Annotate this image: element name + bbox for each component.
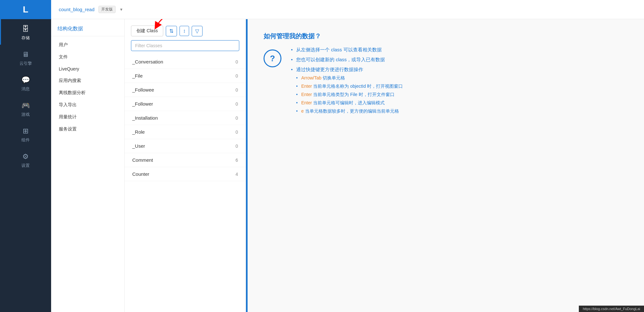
nav-item-message[interactable]: 💬 消息 bbox=[0, 70, 51, 96]
class-count: 0 bbox=[235, 59, 238, 64]
info-bullet-1: 从左侧选择一个 class 可以查看相关数据 bbox=[291, 47, 403, 53]
info-panel-title: 如何管理我的数据？ bbox=[264, 32, 628, 41]
class-name: _Followee bbox=[132, 87, 154, 93]
nav-item-storage[interactable]: 🗄 存储 bbox=[0, 19, 51, 45]
hotkey-enter-2: Enter bbox=[301, 92, 312, 97]
nav-label-storage: 存储 bbox=[21, 35, 30, 41]
nav-item-component[interactable]: ⊞ 组件 bbox=[0, 121, 51, 147]
icon-sidebar: L 🗄 存储 🖥 云引擎 💬 消息 🎮 游戏 ⊞ 组件 ⚙ 设置 bbox=[0, 0, 51, 312]
class-count: 6 bbox=[235, 158, 238, 163]
hotkey-enter-1: Enter bbox=[301, 84, 312, 89]
list-item[interactable]: _Followee 0 bbox=[125, 83, 246, 97]
footer-url: https://blog.csdn.net/Awt_FuDongLai bbox=[583, 307, 640, 311]
sub-bullet-3: Enter 当前单元格可编辑时，进入编辑模式 bbox=[296, 100, 403, 106]
storage-icon: 🗄 bbox=[22, 25, 29, 33]
sidebar-item-import[interactable]: 导入导出 bbox=[51, 99, 124, 111]
sub-bullet-4: e 当单元格数据较多时，更方便的编辑当前单元格 bbox=[296, 108, 403, 114]
message-icon: 💬 bbox=[21, 76, 30, 84]
class-count: 0 bbox=[235, 144, 238, 149]
cloud-icon: 🖥 bbox=[22, 50, 29, 59]
filter-classes-input[interactable] bbox=[131, 40, 239, 51]
sidebar-item-offline[interactable]: 离线数据分析 bbox=[51, 87, 124, 99]
info-panel: 如何管理我的数据？ ? 从左侧选择一个 class 可以查看相关数据 您也可以创… bbox=[248, 19, 644, 312]
info-bullet-3: 通过快捷键更方便进行数据操作 Arrow/Tab 切换单元格 Enter 当前单… bbox=[291, 67, 403, 114]
list-item[interactable]: _User 0 bbox=[125, 139, 246, 153]
class-count: 0 bbox=[235, 130, 238, 135]
info-bullet-2: 您也可以创建新的 class，或导入已有数据 bbox=[291, 57, 403, 63]
nav-label-cloud: 云引擎 bbox=[19, 61, 32, 66]
sidebar-item-users[interactable]: 用户 bbox=[51, 39, 124, 51]
settings-icon: ⚙ bbox=[22, 152, 29, 161]
hotkey-enter-3: Enter bbox=[301, 100, 312, 105]
nav-item-game[interactable]: 🎮 游戏 bbox=[0, 96, 51, 121]
second-sidebar-title: 结构化数据 bbox=[51, 19, 124, 36]
nav-label-component: 组件 bbox=[21, 137, 30, 143]
sub-bullet-0: Arrow/Tab 切换单元格 bbox=[296, 75, 403, 81]
version-badge: 开发版 bbox=[98, 6, 116, 13]
sub-bullet-2: Enter 当前单元格类型为 File 时，打开文件窗口 bbox=[296, 92, 403, 98]
class-name: Counter bbox=[132, 171, 149, 177]
class-name: _Conversation bbox=[132, 59, 163, 64]
question-circle-icon: ? bbox=[264, 49, 281, 67]
list-item[interactable]: Counter 4 bbox=[125, 167, 246, 181]
game-icon: 🎮 bbox=[21, 101, 30, 110]
dropdown-arrow-icon[interactable]: ▼ bbox=[119, 7, 123, 12]
list-item[interactable]: Comment 6 bbox=[125, 153, 246, 167]
class-count: 0 bbox=[235, 115, 238, 121]
sub-bullet-1: Enter 当前单元格名称为 objectId 时，打开视图窗口 bbox=[296, 84, 403, 89]
list-item[interactable]: _Conversation 0 bbox=[125, 55, 246, 69]
filter-button[interactable]: ▽ bbox=[192, 26, 203, 36]
list-item[interactable]: _Installation 0 bbox=[125, 111, 246, 125]
class-name: _User bbox=[132, 143, 145, 149]
hotkey-e: e bbox=[301, 108, 304, 114]
nav-label-message: 消息 bbox=[21, 86, 30, 92]
sidebar-item-service[interactable]: 服务设置 bbox=[51, 123, 124, 135]
sort-button-2[interactable]: ↕ bbox=[180, 26, 189, 36]
component-icon: ⊞ bbox=[23, 127, 28, 135]
class-name: _Installation bbox=[132, 115, 158, 121]
logo-letter: L bbox=[23, 4, 28, 15]
filter-input-wrap bbox=[125, 40, 246, 55]
second-sidebar-menu: 用户 文件 LiveQuery 应用内搜索 离线数据分析 导入导出 用量统计 服… bbox=[51, 36, 124, 138]
class-panel: 创建 Class ⇅ ↕ ▽ _Conversation 0 bbox=[125, 19, 246, 312]
sidebar-item-livequery[interactable]: LiveQuery bbox=[51, 63, 124, 75]
nav-label-settings: 设置 bbox=[21, 163, 30, 168]
filter-icon: ▽ bbox=[195, 28, 199, 34]
sort-icon-1: ⇅ bbox=[169, 28, 173, 34]
nav-label-game: 游戏 bbox=[21, 112, 30, 117]
class-count: 4 bbox=[235, 172, 238, 177]
footer-bar: https://blog.csdn.net/Awt_FuDongLai bbox=[579, 306, 644, 312]
class-count: 0 bbox=[235, 73, 238, 78]
sidebar-item-search[interactable]: 应用内搜索 bbox=[51, 75, 124, 87]
sidebar-item-files[interactable]: 文件 bbox=[51, 51, 124, 63]
nav-item-cloud[interactable]: 🖥 云引擎 bbox=[0, 45, 51, 70]
class-name: _Follower bbox=[132, 101, 153, 107]
list-item[interactable]: _File 0 bbox=[125, 69, 246, 83]
sidebar-item-usage[interactable]: 用量统计 bbox=[51, 111, 124, 123]
info-list: 从左侧选择一个 class 可以查看相关数据 您也可以创建新的 class，或导… bbox=[291, 47, 403, 118]
class-name: _File bbox=[132, 73, 143, 78]
class-panel-toolbar: 创建 Class ⇅ ↕ ▽ bbox=[125, 19, 246, 40]
sort-button-1[interactable]: ⇅ bbox=[166, 26, 177, 36]
class-count: 0 bbox=[235, 101, 238, 107]
class-count: 0 bbox=[235, 87, 238, 93]
nav-item-settings[interactable]: ⚙ 设置 bbox=[0, 147, 51, 172]
list-item[interactable]: _Role 0 bbox=[125, 125, 246, 139]
class-name: Comment bbox=[132, 157, 153, 163]
main-area: count_blog_read 开发版 ▼ 结构化数据 用户 文件 LiveQu… bbox=[51, 0, 644, 312]
sort-icon-2: ↕ bbox=[183, 28, 186, 34]
logo: L bbox=[0, 0, 51, 19]
sub-list: Arrow/Tab 切换单元格 Enter 当前单元格名称为 objectId … bbox=[296, 75, 403, 114]
info-section: ? 从左侧选择一个 class 可以查看相关数据 您也可以创建新的 class，… bbox=[264, 47, 628, 118]
question-icon-wrap: ? bbox=[264, 49, 281, 118]
class-list: _Conversation 0 _File 0 _Followee 0 _Fol… bbox=[125, 55, 246, 312]
list-item[interactable]: _Follower 0 bbox=[125, 97, 246, 111]
hotkey-arrow-tab: Arrow/Tab bbox=[301, 75, 321, 80]
content-body: 结构化数据 用户 文件 LiveQuery 应用内搜索 离线数据分析 导入导出 … bbox=[51, 19, 644, 312]
app-name: count_blog_read bbox=[59, 7, 95, 12]
class-name: _Role bbox=[132, 129, 145, 135]
top-bar: count_blog_read 开发版 ▼ bbox=[51, 0, 644, 19]
create-class-button[interactable]: 创建 Class bbox=[131, 26, 163, 36]
second-sidebar: 结构化数据 用户 文件 LiveQuery 应用内搜索 离线数据分析 导入导出 … bbox=[51, 19, 125, 312]
